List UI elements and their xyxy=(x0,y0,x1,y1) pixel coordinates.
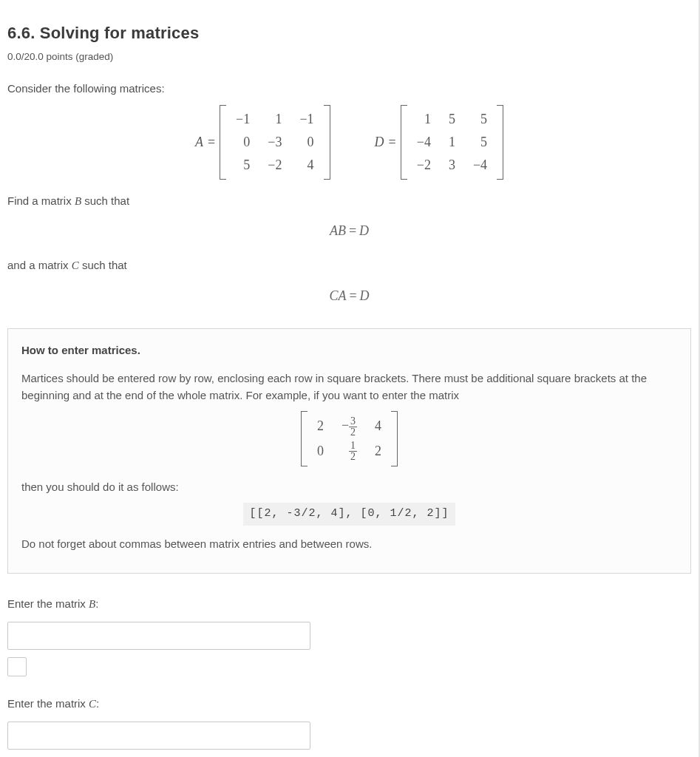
example-matrix: 2 −32 4 0 12 2 xyxy=(301,411,398,466)
matrix-definitions: A = −11−1 0−30 5−24 D = 155 −415 −23−4 xyxy=(7,105,691,180)
find-C-var: C xyxy=(72,259,79,271)
matrix-B-input[interactable] xyxy=(7,622,310,650)
equals-sign: = xyxy=(208,132,215,152)
infobox-title: How to enter matrices. xyxy=(21,342,677,359)
find-B-pre: Find a matrix xyxy=(7,194,72,207)
find-B-prompt: Find a matrix B such that xyxy=(7,193,691,210)
find-B-var: B xyxy=(75,195,81,207)
equation-AB-eq-D: AB=D xyxy=(7,221,691,241)
intro-text: Consider the following matrices: xyxy=(7,81,691,98)
ex-00: 2 xyxy=(308,414,333,438)
mD-12: 5 xyxy=(464,131,496,154)
label-matrix-B: Enter the matrix B: xyxy=(7,596,691,613)
labelC-pre: Enter the matrix xyxy=(7,697,86,710)
matrix-D: 155 −415 −23−4 xyxy=(401,105,503,180)
ex-02: 4 xyxy=(366,414,390,438)
matrix-A-label: A xyxy=(195,132,203,152)
labelB-var: B xyxy=(89,598,95,610)
ex-12: 2 xyxy=(366,439,390,464)
matrix-B-preview-button[interactable] xyxy=(7,657,27,676)
find-C-pre: and a matrix xyxy=(7,259,69,271)
matrix-D-label: D xyxy=(375,132,384,152)
infobox-p3: Do not forget about commas between matri… xyxy=(21,536,677,553)
mA-00: −1 xyxy=(227,108,259,131)
mA-12: 0 xyxy=(290,131,322,154)
mD-01: 5 xyxy=(440,108,464,131)
mA-20: 5 xyxy=(227,154,259,177)
ex-10: 0 xyxy=(308,439,333,464)
mA-21: −2 xyxy=(259,154,290,177)
how-to-enter-box: How to enter matrices. Martices should b… xyxy=(7,328,691,574)
infobox-code: [[2, -3/2, 4], [0, 1/2, 2]] xyxy=(243,503,455,526)
find-B-tail: such that xyxy=(84,194,129,207)
mA-11: −3 xyxy=(259,131,290,154)
matrix-A-eq: A = −11−1 0−30 5−24 xyxy=(195,105,330,180)
labelC-var: C xyxy=(89,698,96,710)
infobox-p2: then you should do it as follows: xyxy=(21,479,677,496)
mA-22: 4 xyxy=(290,154,322,177)
matrix-C-input[interactable] xyxy=(7,722,310,750)
eq1-lhs: AB xyxy=(330,223,346,238)
find-C-tail: such that xyxy=(82,259,127,271)
labelB-pre: Enter the matrix xyxy=(7,597,86,610)
find-C-prompt: and a matrix C such that xyxy=(7,257,691,274)
mA-01: 1 xyxy=(259,108,290,131)
eq2-lhs: CA xyxy=(329,288,346,303)
mA-10: 0 xyxy=(227,131,259,154)
matrix-A: −11−1 0−30 5−24 xyxy=(220,105,330,180)
label-matrix-C: Enter the matrix C: xyxy=(7,696,691,713)
infobox-p1: Martices should be entered row by row, e… xyxy=(21,370,677,404)
mD-02: 5 xyxy=(464,108,496,131)
page-title: 6.6. Solving for matrices xyxy=(7,21,691,45)
eq1-rhs: D xyxy=(359,223,369,238)
ex-01: −32 xyxy=(333,414,366,438)
problem-page: 6.6. Solving for matrices 0.0/20.0 point… xyxy=(0,0,700,757)
equals-sign: = xyxy=(389,132,396,152)
eq2-rhs: D xyxy=(360,288,370,303)
mD-22: −4 xyxy=(464,154,496,177)
equation-CA-eq-D: CA=D xyxy=(7,286,691,306)
mD-00: 1 xyxy=(408,108,440,131)
mD-21: 3 xyxy=(440,154,464,177)
mD-20: −2 xyxy=(408,154,440,177)
points-line: 0.0/20.0 points (graded) xyxy=(7,50,691,64)
matrix-D-eq: D = 155 −415 −23−4 xyxy=(375,105,503,180)
mD-10: −4 xyxy=(408,131,440,154)
ex-11: 12 xyxy=(333,439,366,464)
mA-02: −1 xyxy=(290,108,322,131)
mD-11: 1 xyxy=(440,131,464,154)
example-matrix-wrap: 2 −32 4 0 12 2 xyxy=(21,411,677,471)
